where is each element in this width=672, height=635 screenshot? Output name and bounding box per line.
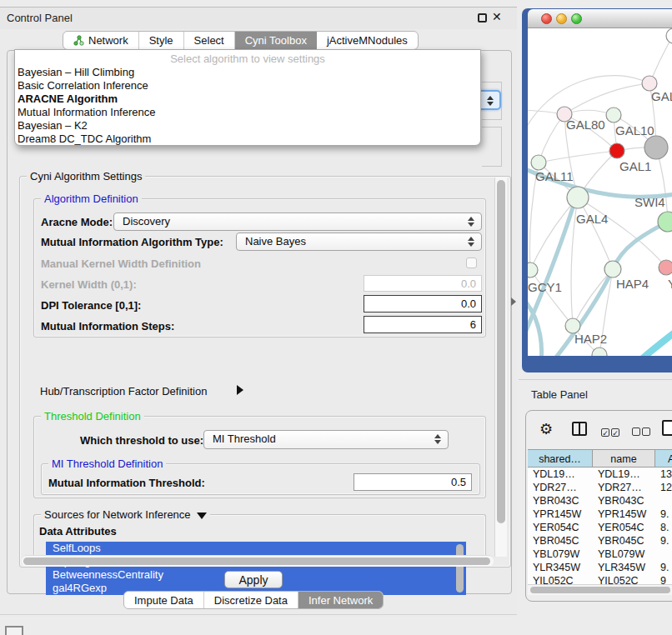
kernel-width-field[interactable]: 0.0 (364, 275, 482, 292)
hub-definition-label[interactable]: Hub/Transcription Factor Definition (40, 385, 207, 398)
table-row[interactable]: YDL19…YDL19…13 (528, 468, 672, 481)
node-gal4[interactable] (567, 187, 589, 208)
network-edge[interactable] (539, 114, 564, 162)
select-all-checkboxes-icon[interactable]: ✓✓ (601, 424, 619, 439)
sources-title-text: Sources for Network Inference (44, 508, 191, 521)
mi-threshold-label: Mutual Information Threshold: (48, 477, 205, 489)
table-cell: YLR345W (593, 561, 655, 574)
table-cell: 9. (655, 534, 672, 548)
settings-horizontal-scrollbar[interactable] (22, 555, 494, 567)
apply-button[interactable]: Apply (224, 571, 283, 588)
table-row[interactable]: YDR27…YDR27…12 (528, 481, 672, 494)
node-gcy1[interactable] (528, 262, 538, 278)
node-label: GAL4 (576, 212, 608, 226)
tab-impute-data[interactable]: Impute Data (124, 592, 204, 608)
node-gal1[interactable] (609, 143, 624, 158)
table-row[interactable]: YBL079WYBL079W (528, 548, 672, 561)
table-cell: 12 (655, 481, 672, 494)
dpi-tolerance-field[interactable]: 0.0 (364, 295, 482, 312)
node-label: GAL (651, 89, 672, 103)
manual-kernel-width-checkbox[interactable] (466, 258, 477, 268)
node-table[interactable]: shared…nameA YDL19…YDL19…13YDR27…YDR27…1… (528, 449, 672, 588)
table-panel-container: ⚙ ✓✓ shared…nameA YDL19…YDL19…13YDR27…YD… (525, 410, 672, 602)
tab-network[interactable]: Network (63, 32, 139, 49)
table-row[interactable]: YER054CYER054C8. (528, 521, 672, 534)
algorithm-option[interactable]: Bayesian – Hill Climbing (15, 66, 480, 79)
table-cell: YBR043C (593, 494, 655, 508)
table-horizontal-scrollbar-thumb[interactable] (530, 587, 670, 593)
table-column-header[interactable]: name (593, 450, 655, 467)
table-cell: YBL079W (593, 548, 655, 561)
table-cell: YER054C (528, 521, 593, 534)
tab-discretize-data[interactable]: Discretize Data (204, 592, 298, 608)
node-top-partial[interactable] (666, 28, 672, 43)
network-edge[interactable] (578, 198, 613, 269)
minimize-traffic-light-icon[interactable] (556, 13, 567, 24)
table-column-header[interactable]: shared… (528, 450, 593, 467)
file-icon[interactable] (662, 420, 672, 436)
mi-steps-field[interactable]: 6 (364, 316, 482, 333)
data-attribute-item[interactable]: SelfLoops (46, 542, 466, 555)
table-cell (655, 494, 672, 508)
table-row[interactable]: YBR045CYBR045C9. (528, 534, 672, 548)
mi-threshold-definition-group: MI Threshold Definition Mutual Informati… (41, 463, 480, 495)
control-panel-window: Control Panel ✕ Network Style Select Cyn… (0, 7, 517, 617)
tab-infer-network[interactable]: Infer Network (298, 592, 383, 608)
table-row[interactable]: YBR043CYBR043C (528, 494, 672, 508)
network-window-titlebar[interactable] (528, 9, 672, 28)
algorithm-option[interactable]: Dream8 DC_TDC Algorithm (15, 132, 480, 146)
tab-cyni-toolbox[interactable]: Cyni Toolbox (235, 32, 317, 49)
table-column-header[interactable]: A (655, 450, 672, 467)
mi-algorithm-type-select[interactable]: Naive Bayes (236, 232, 482, 251)
settings-vertical-scrollbar-thumb[interactable] (497, 180, 505, 523)
node-salmon[interactable] (659, 260, 672, 275)
node-bottom-partial[interactable] (592, 348, 607, 356)
network-edge[interactable] (564, 83, 649, 114)
tab-select[interactable]: Select (184, 32, 235, 49)
algorithm-option[interactable]: Bayesian – K2 (15, 119, 480, 132)
sources-collapse-icon[interactable] (197, 512, 207, 519)
node-gray[interactable] (644, 136, 668, 159)
close-icon[interactable]: ✕ (492, 10, 502, 23)
algorithm-definition-title: Algorithm Definition (41, 192, 142, 205)
hub-expand-icon[interactable] (237, 385, 243, 395)
table-cell: 9. (655, 561, 672, 574)
node-hap4[interactable] (604, 261, 621, 278)
algorithm-option[interactable]: Mutual Information Inference (15, 106, 480, 119)
cyni-algorithm-settings-title: Cyni Algorithm Settings (27, 170, 145, 182)
mi-threshold-field[interactable]: 0.5 (354, 473, 472, 491)
network-edge[interactable] (628, 322, 672, 356)
aracne-mode-select[interactable]: Discovery (113, 212, 482, 231)
table-cell: YDL19… (528, 468, 593, 481)
node-label: HAP4 (616, 277, 649, 291)
table-row[interactable]: YLR345WYLR345W9. (528, 561, 672, 574)
node-gal10[interactable] (606, 108, 621, 122)
minimized-panel-icon[interactable] (5, 626, 23, 635)
close-traffic-light-icon[interactable] (541, 13, 552, 24)
settings-horizontal-scrollbar-thumb[interactable] (23, 558, 490, 565)
float-window-icon[interactable] (478, 13, 487, 22)
node-gal11[interactable] (531, 155, 546, 170)
table-row[interactable]: YPR145WYPR145W9. (528, 508, 672, 521)
manual-kernel-width-label: Manual Kernel Width Definition (41, 258, 201, 270)
sash-collapse-arrow-icon[interactable] (511, 298, 516, 306)
network-edge[interactable] (539, 151, 617, 162)
algorithm-combobox-arrow-fragment[interactable] (479, 90, 501, 110)
columns-view-icon[interactable] (572, 422, 587, 436)
table-horizontal-scrollbar[interactable] (528, 584, 672, 595)
algorithm-option[interactable]: ARACNE Algorithm (15, 92, 480, 106)
algorithm-option[interactable]: Basic Correlation Inference (15, 79, 480, 92)
attributes-scrollbar-thumb[interactable] (456, 544, 464, 592)
tab-jactivemnodules[interactable]: jActiveMNodules (317, 32, 418, 49)
which-threshold-select[interactable]: MI Threshold (203, 430, 449, 449)
node-swi4[interactable] (658, 212, 672, 232)
table-cell: 9. (655, 508, 672, 521)
table-cell: YDL19… (593, 468, 655, 481)
tab-style[interactable]: Style (139, 32, 184, 49)
gear-icon[interactable]: ⚙ (539, 420, 553, 438)
zoom-traffic-light-icon[interactable] (571, 13, 582, 24)
kernel-width-label: Kernel Width (0,1): (41, 278, 137, 291)
deselect-all-checkboxes-icon[interactable] (632, 424, 650, 439)
settings-vertical-scrollbar[interactable] (494, 178, 507, 557)
network-canvas[interactable]: GALGAL80GAL10GAL1GAL11GAL4SWI4GCY1HAP4YH… (528, 28, 672, 356)
